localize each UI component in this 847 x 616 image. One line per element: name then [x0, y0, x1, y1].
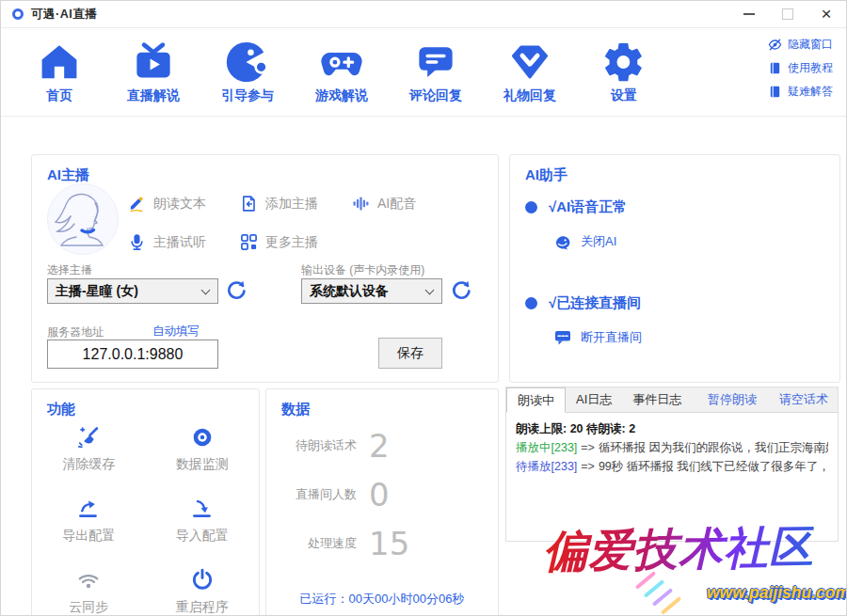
microphone-icon: [128, 233, 146, 251]
nav-item-label: 直播解说: [127, 87, 180, 104]
autofill-link[interactable]: 自动填写: [152, 324, 200, 340]
watermark-speedline-icon: [652, 588, 673, 607]
more-anchors-button[interactable]: 更多主播: [240, 233, 318, 251]
refresh-device-button[interactable]: [450, 279, 472, 302]
book-icon: [768, 85, 782, 99]
maximize-icon[interactable]: [781, 8, 794, 21]
nav-item-guide-participation[interactable]: 引导参与: [200, 28, 295, 116]
feature-label: 重启程序: [176, 599, 229, 616]
log-entry-tag: 待播放[233]: [516, 460, 577, 473]
feature-label: 导入配置: [176, 528, 229, 545]
log-tabstrip: 朗读中 AI日志 事件日志 暂停朗读 请空话术: [506, 387, 838, 413]
chevron-down-icon: [425, 286, 435, 295]
add-anchor-button[interactable]: 添加主播: [240, 195, 318, 213]
save-button[interactable]: 保存: [378, 338, 442, 369]
minimize-icon[interactable]: [743, 8, 756, 21]
tool-label: AI配音: [377, 196, 416, 213]
watermark-url: www.paijishu.com: [707, 583, 847, 603]
restart-program-button[interactable]: 重启程序: [146, 568, 260, 616]
ai-assistant-card: AI助手 √AI语音正常 关闭AI √已连接直播间 断开直播间: [509, 154, 840, 383]
nav-item-gift-reply[interactable]: 礼物回复: [483, 28, 577, 116]
female-avatar-illustration: [48, 184, 118, 254]
pacman-icon: [226, 40, 269, 84]
add-document-icon: [240, 195, 258, 213]
close-ai-button[interactable]: 关闭AI: [553, 232, 616, 251]
hide-window-link[interactable]: 隐藏窗口: [768, 37, 833, 53]
log-entry-arrow: =>: [577, 460, 599, 473]
anchor-tools-row-2: 主播试听 更多主播: [128, 233, 318, 251]
nav-item-label: 引导参与: [221, 87, 274, 104]
stat-value: 15: [369, 525, 409, 562]
power-icon: [190, 568, 215, 592]
nav-item-home[interactable]: 首页: [12, 28, 106, 116]
faq-link[interactable]: 疑难解答: [768, 84, 833, 100]
nav-item-comment-reply[interactable]: 评论回复: [389, 28, 483, 116]
tutorial-link[interactable]: 使用教程: [768, 60, 833, 76]
output-device-value: 系统默认设备: [310, 283, 389, 300]
read-text-button[interactable]: 朗读文本: [128, 195, 206, 213]
chat-bubble-icon: [553, 328, 572, 347]
tab-reading[interactable]: 朗读中: [506, 387, 566, 413]
status-text: √已连接直播间: [549, 294, 641, 312]
card-title: AI主播: [47, 166, 89, 184]
status-bullet-icon: [525, 297, 537, 309]
tab-event-log[interactable]: 事件日志: [622, 387, 692, 412]
nav-item-settings[interactable]: 设置: [577, 28, 671, 116]
watermark-speedline-icon: [635, 571, 656, 590]
anchor-audition-button[interactable]: 主播试听: [128, 233, 206, 251]
quick-link-label: 疑难解答: [788, 84, 833, 100]
ai-dubbing-button[interactable]: AI配音: [352, 195, 416, 213]
stat-label: 直播间人数: [280, 486, 357, 503]
tab-ai-log[interactable]: AI日志: [566, 387, 622, 412]
live-room-status: √已连接直播间: [525, 294, 641, 312]
nav-item-game-commentary[interactable]: 游戏解说: [295, 28, 389, 116]
server-address-label: 服务器地址: [47, 324, 104, 340]
feature-grid: 清除缓存 数据监测 导出配置 导入配置 云同步 重启程序: [32, 425, 259, 616]
clear-scripts-link[interactable]: 请空话术: [779, 391, 828, 408]
cloud-sync-button[interactable]: 云同步: [32, 568, 146, 616]
grid-icon: [240, 233, 258, 251]
anchor-select[interactable]: 主播-星瞳 (女): [47, 278, 218, 304]
refresh-icon: [225, 279, 248, 302]
wifi-icon: [76, 568, 101, 592]
server-address-input[interactable]: [47, 340, 218, 369]
log-entry-arrow: =>: [577, 441, 599, 454]
log-entry: 播放中[233]=>循环播报 因为我们的跟你说，我们正宗海南妃子笑: [516, 438, 828, 457]
nav-item-label: 评论回复: [409, 87, 462, 104]
close-icon[interactable]: ×: [820, 8, 833, 21]
tool-label: 朗读文本: [153, 196, 206, 213]
watermark-speedline-icon: [644, 579, 664, 598]
pencil-icon: [128, 195, 146, 213]
window-controls: ×: [743, 8, 833, 21]
live-tv-icon: [132, 40, 175, 84]
nav-item-live-commentary[interactable]: 直播解说: [106, 28, 200, 116]
nav-item-label: 设置: [611, 87, 637, 104]
disconnect-room-button[interactable]: 断开直播间: [553, 328, 642, 347]
quick-link-label: 隐藏窗口: [788, 37, 833, 53]
waveform-icon: [352, 195, 370, 213]
output-device-select[interactable]: 系统默认设备: [301, 278, 442, 304]
stat-value: 2: [369, 427, 390, 465]
card-title: 功能: [47, 401, 75, 419]
card-title: 数据: [281, 401, 310, 419]
tool-label: 主播试听: [153, 234, 206, 251]
import-config-button[interactable]: 导入配置: [146, 497, 260, 545]
stat-label: 处理速度: [280, 535, 357, 552]
data-monitor-button[interactable]: 数据监测: [146, 425, 260, 473]
export-config-button[interactable]: 导出配置: [32, 497, 146, 545]
clear-cache-button[interactable]: 清除缓存: [32, 425, 146, 473]
eye-off-icon: [768, 38, 782, 52]
app-logo-icon: [12, 8, 24, 20]
refresh-anchor-button[interactable]: [225, 279, 248, 302]
action-label: 断开直播间: [581, 329, 642, 346]
nav-item-label: 礼物回复: [503, 87, 556, 104]
tool-label: 添加主播: [265, 196, 318, 213]
export-icon: [76, 497, 101, 521]
log-entry-text: 循环播报 因为我们的跟你说，我们正宗海南妃子笑: [599, 441, 828, 454]
log-actions: 暂停朗读 请空话术: [708, 387, 828, 412]
watermark-speedline-icon: [661, 596, 681, 615]
stat-label: 待朗读话术: [280, 437, 357, 454]
main-nav: 首页 直播解说 引导参与 游戏解说 评论回复 礼物回复 设置: [1, 28, 846, 117]
pause-reading-link[interactable]: 暂停朗读: [708, 391, 757, 408]
gear-icon: [602, 40, 646, 84]
